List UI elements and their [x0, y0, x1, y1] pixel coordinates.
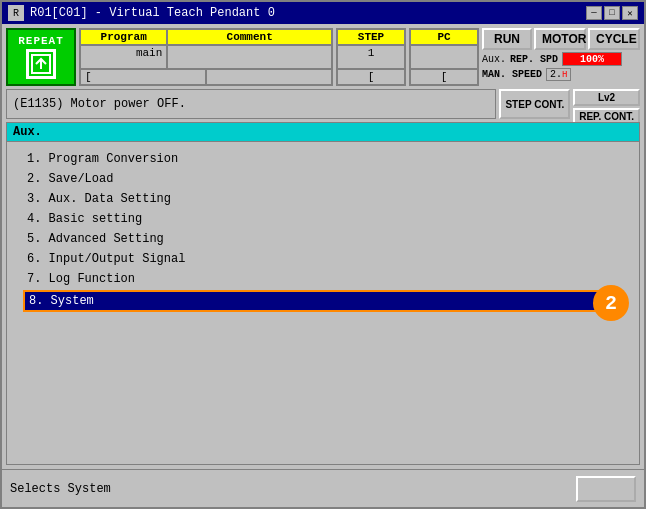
program-label: Program: [80, 29, 167, 45]
repeat-label: REPEAT: [18, 35, 64, 47]
close-button[interactable]: ✕: [622, 6, 638, 20]
repeat-svg: [30, 53, 52, 75]
step-block: STEP 1 [: [336, 28, 406, 86]
repeat-icon: [26, 49, 56, 79]
minimize-button[interactable]: —: [586, 6, 602, 20]
aux-item-7[interactable]: 7. Log Function: [23, 270, 623, 288]
aux-item-2[interactable]: 2. Save/Load: [23, 170, 623, 188]
step-label: STEP: [337, 29, 405, 45]
program-value-row: main: [80, 45, 332, 69]
motor-button[interactable]: MOTOR: [534, 28, 586, 50]
lv2-button[interactable]: Lv2: [573, 89, 640, 106]
toolbar: REPEAT Program Comment main: [6, 28, 640, 86]
title-bar: R R01[C01] - Virtual Teach Pendant 0 — □…: [2, 2, 644, 24]
aux-item-5[interactable]: 5. Advanced Setting: [23, 230, 623, 248]
aux-item-4[interactable]: 4. Basic setting: [23, 210, 623, 228]
badge-container: 2: [593, 285, 629, 321]
window-icon: R: [8, 5, 24, 21]
man-speed-suffix: H: [562, 70, 567, 80]
window-title: R01[C01] - Virtual Teach Pendant 0: [30, 6, 275, 20]
comment-bracket: [206, 69, 332, 85]
speed-value: 100%: [580, 54, 604, 65]
status-row: (E1135) Motor power OFF. STEP CONT. Lv2 …: [6, 89, 640, 119]
pc-label: PC: [410, 29, 478, 45]
top-buttons-row: RUN MOTOR CYCLE: [482, 28, 640, 50]
repeat-button[interactable]: REPEAT: [6, 28, 76, 86]
man-speed-number: 2.: [550, 69, 562, 80]
aux-item-6[interactable]: 6. Input/Output Signal: [23, 250, 623, 268]
comment-label: Comment: [167, 29, 332, 45]
title-buttons: — □ ✕: [586, 6, 638, 20]
number-badge: 2: [593, 285, 629, 321]
program-bracket-row: [: [80, 69, 332, 85]
step-cont-button[interactable]: STEP CONT.: [499, 89, 570, 119]
pc-bracket: [: [410, 69, 478, 85]
cycle-button[interactable]: CYCLE: [588, 28, 640, 50]
aux-title: Aux.: [7, 123, 639, 142]
run-button[interactable]: RUN: [482, 28, 532, 50]
maximize-button[interactable]: □: [604, 6, 620, 20]
speed-row: Aux. REP. SPD 100%: [482, 52, 640, 66]
main-window: R R01[C01] - Virtual Teach Pendant 0 — □…: [0, 0, 646, 509]
man-speed-value: 2. H: [546, 68, 571, 81]
status-message: (E1135) Motor power OFF.: [6, 89, 496, 119]
title-bar-left: R R01[C01] - Virtual Teach Pendant 0: [8, 5, 275, 21]
speed-bar: 100%: [562, 52, 622, 66]
aux-item-8[interactable]: 8. System: [23, 290, 623, 312]
pc-value: [410, 45, 478, 69]
program-block: Program Comment main [: [79, 28, 333, 86]
program-value: main: [80, 45, 167, 69]
step-value: 1: [337, 45, 405, 69]
step-bracket: [: [337, 69, 405, 85]
lv2-area: Lv2 REP. CONT.: [573, 89, 640, 119]
man-speed-label: MAN. SPEED: [482, 69, 542, 80]
aux-section: Aux. 1. Program Conversion2. Save/Load3.…: [6, 122, 640, 465]
aux-small-label: Aux.: [482, 54, 506, 65]
aux-list: 1. Program Conversion2. Save/Load3. Aux.…: [7, 142, 639, 320]
right-buttons: RUN MOTOR CYCLE Aux. REP. SPD 100% MAN. …: [482, 28, 640, 86]
aux-list-container: 1. Program Conversion2. Save/Load3. Aux.…: [7, 142, 639, 464]
program-bracket: [: [80, 69, 206, 85]
bottom-bar: Selects System: [2, 469, 644, 507]
bottom-button[interactable]: [576, 476, 636, 502]
bottom-status: Selects System: [10, 482, 111, 496]
man-speed-row: MAN. SPEED 2. H: [482, 68, 640, 81]
comment-value: [167, 45, 332, 69]
rep-spd-label: REP. SPD: [510, 54, 558, 65]
pc-block: PC [: [409, 28, 479, 86]
program-header: Program Comment: [80, 29, 332, 45]
content-area: REPEAT Program Comment main: [2, 24, 644, 469]
aux-item-3[interactable]: 3. Aux. Data Setting: [23, 190, 623, 208]
aux-item-1[interactable]: 1. Program Conversion: [23, 150, 623, 168]
